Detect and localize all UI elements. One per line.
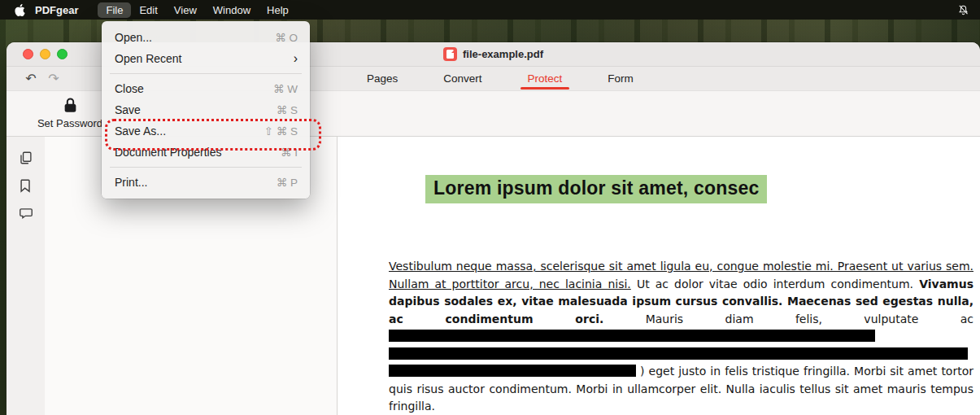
- undo-button[interactable]: ↶: [21, 70, 41, 88]
- ribbon-tabs: Pages Convert Protect Form: [362, 67, 638, 90]
- menu-item-shortcut: ⌘ W: [273, 82, 298, 95]
- menu-item-label: Open...: [115, 31, 152, 44]
- tab-convert[interactable]: Convert: [438, 67, 486, 90]
- redaction-bar: [389, 365, 636, 377]
- menu-separator: [110, 73, 302, 74]
- menubar-item-window[interactable]: Window: [205, 2, 259, 18]
- menu-item-label: Close: [115, 82, 144, 95]
- body-text: Mauris diam felis, vulputate ac: [646, 312, 973, 325]
- bookmarks-icon[interactable]: [20, 178, 32, 193]
- redo-button[interactable]: ↷: [44, 70, 63, 88]
- window-title: file-example.pdf: [443, 47, 543, 61]
- page-thumbnails-icon[interactable]: [19, 151, 33, 165]
- redaction-bar: [389, 347, 968, 360]
- apple-menu-icon[interactable]: [15, 4, 25, 16]
- menu-item-print[interactable]: Print... ⌘ P: [102, 172, 310, 193]
- menu-item-label: Print...: [115, 176, 147, 189]
- menu-item-save[interactable]: Save ⌘ S: [102, 99, 310, 120]
- tab-pages[interactable]: Pages: [362, 67, 403, 90]
- menu-item-shortcut: ⌘ I: [281, 146, 298, 159]
- redaction-bar: [389, 330, 875, 342]
- menu-item-document-properties[interactable]: Document Properties ⌘ I: [102, 142, 310, 163]
- notification-bell-slash-icon[interactable]: [957, 4, 969, 16]
- comments-icon[interactable]: [19, 206, 33, 220]
- menu-bar: PDFgear File Edit View Window Help: [0, 0, 980, 20]
- set-password-tool[interactable]: Set Password: [34, 97, 106, 129]
- zoom-button[interactable]: [57, 49, 68, 59]
- file-menu-dropdown: Open... ⌘ O Open Recent › Close ⌘ W Save…: [102, 21, 310, 199]
- body-text: Ut ac dolor vitae odio interdum condimen…: [637, 277, 913, 290]
- traffic-lights: [23, 49, 68, 59]
- screen: PDFgear File Edit View Window Help file-…: [0, 0, 980, 415]
- menu-item-label: Save As...: [115, 124, 166, 138]
- document-heading-highlighted: Lorem ipsum dolor sit amet, consec: [425, 175, 767, 203]
- menubar-app-name: PDFgear: [35, 4, 78, 16]
- left-icon-strip: [7, 137, 45, 415]
- close-button[interactable]: [23, 49, 33, 59]
- menu-item-label: Document Properties: [115, 146, 222, 159]
- menubar-item-help[interactable]: Help: [259, 2, 297, 18]
- menubar-item-file[interactable]: File: [98, 2, 131, 18]
- lock-icon: [63, 97, 77, 113]
- menu-item-label: Save: [115, 103, 141, 116]
- pdf-file-icon: [443, 47, 457, 61]
- tab-protect[interactable]: Protect: [523, 67, 568, 90]
- menu-item-label: Open Recent: [115, 52, 182, 65]
- menubar-item-edit[interactable]: Edit: [131, 2, 165, 18]
- menu-item-shortcut: ⌘ O: [275, 31, 298, 44]
- set-password-label: Set Password: [37, 117, 102, 129]
- menu-item-open-recent[interactable]: Open Recent ›: [102, 48, 310, 69]
- menu-item-close[interactable]: Close ⌘ W: [102, 78, 310, 99]
- menu-item-shortcut: ⌘ S: [277, 103, 298, 116]
- window-title-text: file-example.pdf: [463, 48, 543, 60]
- document-page: Lorem ipsum dolor sit amet, consec Vesti…: [338, 137, 980, 415]
- menu-item-open[interactable]: Open... ⌘ O: [102, 27, 310, 48]
- menubar-item-view[interactable]: View: [166, 2, 205, 18]
- document-paragraph: Vestibulum neque massa, scelerisque sit …: [389, 258, 973, 415]
- menu-item-shortcut: ⌘ P: [277, 176, 298, 189]
- menu-item-shortcut: ⇧ ⌘ S: [264, 124, 298, 138]
- menu-separator: [110, 167, 302, 168]
- menu-item-save-as[interactable]: Save As... ⇧ ⌘ S: [102, 120, 310, 142]
- tab-form[interactable]: Form: [603, 67, 638, 90]
- minimize-button[interactable]: [40, 49, 50, 59]
- submenu-chevron-icon: ›: [294, 52, 298, 65]
